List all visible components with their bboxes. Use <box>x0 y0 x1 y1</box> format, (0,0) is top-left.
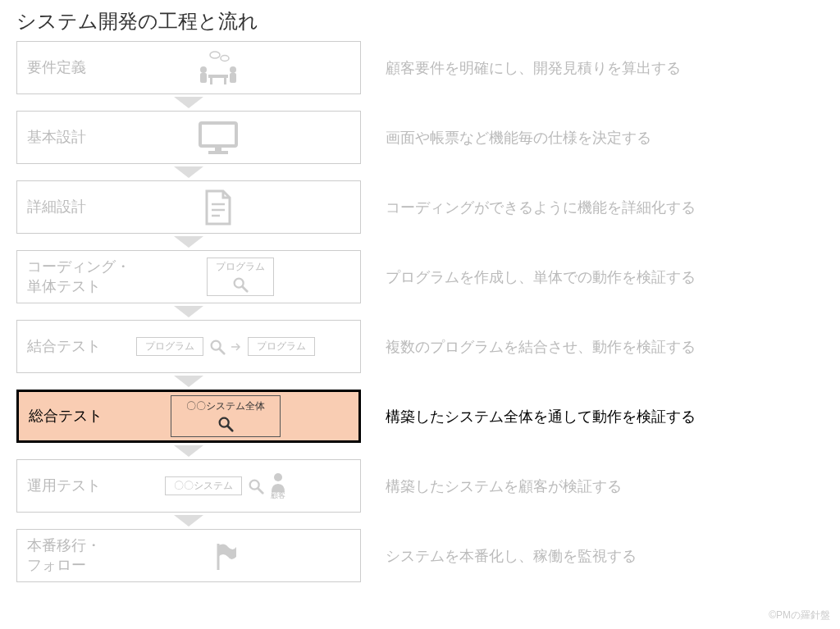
arrow-down <box>16 303 361 320</box>
stage-desc: 構築したシステム全体を通して動作を検証する <box>386 407 824 426</box>
svg-rect-12 <box>208 151 228 154</box>
stage-title: コーディング・単体テスト <box>27 258 130 296</box>
arrow-down <box>16 513 361 529</box>
stage-icon: プログラム <box>130 258 350 296</box>
credit: ©PMの羅針盤 <box>769 608 830 622</box>
stage-icon <box>86 50 350 86</box>
arrow-down <box>16 443 361 459</box>
stage-box-3: コーディング・単体テスト プログラム <box>16 250 361 303</box>
svg-marker-23 <box>174 376 203 387</box>
stage-icon: 〇〇システム 顧客 <box>101 472 350 499</box>
svg-rect-3 <box>200 73 207 83</box>
stage-title: 運用テスト <box>27 476 101 495</box>
stage-icon <box>101 540 350 572</box>
arrow-down <box>16 373 361 390</box>
monitor-icon <box>197 120 240 156</box>
svg-line-22 <box>220 349 225 353</box>
svg-rect-11 <box>215 146 221 151</box>
stage-icon: プログラム プログラム <box>101 337 350 356</box>
svg-marker-30 <box>174 515 203 526</box>
svg-line-19 <box>243 287 248 292</box>
stage-box-2: 詳細設計 <box>16 180 361 234</box>
svg-line-25 <box>228 426 233 431</box>
svg-marker-9 <box>174 97 203 108</box>
svg-point-1 <box>221 55 229 61</box>
page-title: システム開発の工程と流れ <box>16 8 824 34</box>
svg-marker-26 <box>174 445 203 457</box>
arrow-down <box>16 94 361 111</box>
svg-point-4 <box>230 66 236 73</box>
stage-icon <box>86 120 350 156</box>
arrow-down <box>16 164 361 180</box>
arrow-down <box>16 234 361 250</box>
stage-box-7: 本番移行・フォロー <box>16 529 361 582</box>
document-icon <box>202 188 235 227</box>
stage-desc: 画面や帳票など機能毎の仕様を決定する <box>386 128 824 148</box>
svg-point-2 <box>200 66 207 73</box>
stage-title: 要件定義 <box>27 58 86 77</box>
system-all-box: 〇〇システム全体 <box>171 395 281 437</box>
stage-icon: 〇〇システム全体 <box>103 395 349 437</box>
stage-title: 総合テスト <box>29 407 103 426</box>
stage-desc: 顧客要件を明確にし、開発見積りを算出する <box>386 58 824 78</box>
flag-icon <box>212 540 240 572</box>
stage-desc: システムを本番化し、稼働を監視する <box>386 546 824 566</box>
svg-marker-13 <box>174 166 203 178</box>
stage-title: 詳細設計 <box>27 198 86 217</box>
stage-box-1: 基本設計 <box>16 111 361 164</box>
stage-title: 結合テスト <box>27 337 101 356</box>
stage-title: 本番移行・フォロー <box>27 536 101 575</box>
stage-desc: 複数のプログラムを結合させ、動作を検証する <box>386 337 824 357</box>
stage-title: 基本設計 <box>27 128 86 147</box>
program-box: プログラム <box>207 258 274 296</box>
system-customer: 〇〇システム 顧客 <box>165 472 286 499</box>
stage-desc: プログラムを作成し、単体での動作を検証する <box>386 267 824 287</box>
svg-line-28 <box>258 488 263 493</box>
svg-marker-17 <box>174 236 203 248</box>
meeting-icon <box>195 50 241 86</box>
svg-rect-10 <box>200 123 236 146</box>
stage-box-5: 総合テスト 〇〇システム全体 <box>16 390 361 443</box>
stage-box-4: 結合テスト プログラム プログラム <box>16 320 361 373</box>
svg-point-0 <box>210 52 220 58</box>
svg-rect-6 <box>208 75 228 78</box>
flow-diagram: 要件定義 顧客要件を明確にし、開発見積りを算出する 基本設計 画面や帳票など機能… <box>16 41 824 582</box>
stage-desc: 構築したシステムを顧客が検証する <box>386 476 824 496</box>
svg-point-29 <box>274 473 282 481</box>
svg-rect-8 <box>224 78 226 84</box>
svg-rect-5 <box>230 73 236 83</box>
svg-rect-7 <box>210 78 212 84</box>
stage-icon <box>86 188 350 227</box>
svg-marker-20 <box>174 306 203 317</box>
program-multi: プログラム プログラム <box>136 337 315 356</box>
stage-box-0: 要件定義 <box>16 41 361 94</box>
stage-desc: コーディングができるように機能を詳細化する <box>386 198 824 217</box>
stage-box-6: 運用テスト 〇〇システム 顧客 <box>16 459 361 513</box>
